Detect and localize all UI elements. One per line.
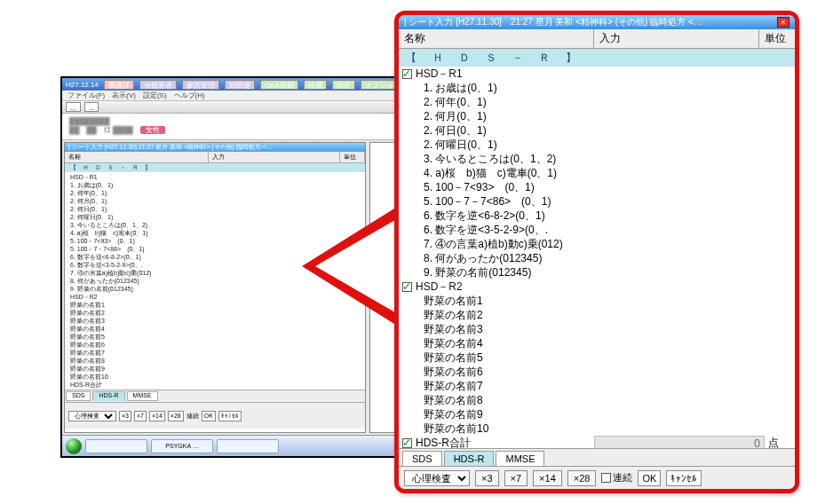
list-item[interactable]: 2. 何年(0、1) <box>399 95 795 109</box>
list-item[interactable]: 8. 何があったか(012345) <box>399 251 795 265</box>
tab-mmse[interactable]: MMSE <box>127 391 158 401</box>
group-hdsr-total[interactable]: HDS-R合計 <box>70 381 360 389</box>
toolbar-tab-5[interactable]: OKA依頼 <box>260 80 298 90</box>
list-item[interactable]: 野菜の名前8 <box>399 393 795 407</box>
group-hsd-r1[interactable]: HSD－R1 <box>70 173 360 181</box>
list-item[interactable]: 7. ④の言葉a)植b)動c)乗(012) <box>399 237 795 251</box>
mini-item[interactable]: 野菜の名前5 <box>70 333 360 341</box>
close-icon[interactable]: × <box>777 17 789 28</box>
start-orb-icon[interactable] <box>66 438 82 454</box>
tab-hdsr[interactable]: HDS-R <box>444 451 495 466</box>
btn-x28[interactable]: ×28 <box>168 411 184 421</box>
task-item[interactable] <box>85 439 147 453</box>
subtab[interactable]: ... <box>84 102 99 112</box>
toolbar-tab-3[interactable]: 参宮管理 <box>182 80 219 90</box>
mini-item[interactable]: 野菜の名前10 <box>70 373 360 381</box>
sex-tag: 女性 <box>140 126 165 134</box>
list-item[interactable]: 野菜の名前5 <box>399 350 795 365</box>
col-unit: 単位 <box>759 29 795 48</box>
chk-renzoku[interactable]: 連続 <box>601 471 632 484</box>
mini-item[interactable]: 野菜の名前6 <box>70 341 360 349</box>
btn-x14[interactable]: ×14 <box>149 411 165 421</box>
combo-category[interactable]: 心理検査 <box>68 411 116 421</box>
list-item[interactable]: 2. 何月(0、1) <box>399 109 795 123</box>
group-hsd-r1[interactable]: HSD－R1 <box>399 67 795 81</box>
tab-hdsr[interactable]: HDS-R <box>92 391 124 401</box>
btn-x3[interactable]: ×3 <box>475 470 499 486</box>
task-item[interactable]: PSYGKA … <box>151 439 213 453</box>
zoom-footer: 心理検査 ×3 ×7 ×14 ×28 連続 OK ｷｬﾝｾﾙ <box>399 466 795 489</box>
toolbar-tab-1[interactable]: 看護詳 <box>104 80 134 90</box>
list-item[interactable]: 野菜の名前4 <box>399 336 795 350</box>
column-headers: 名称 入力 単位 <box>65 152 365 163</box>
band-hdsr: 【 Ｈ Ｄ Ｓ － Ｒ 】 <box>399 49 795 67</box>
chk-renzoku[interactable]: 連続 <box>186 412 199 421</box>
zoom-col-headers: 名称 入力 単位 <box>399 29 795 49</box>
toolbar-tab-7[interactable]: 詳定 <box>332 80 355 90</box>
checkbox-icon[interactable] <box>601 473 611 483</box>
zoom-title: | シート入力 [H27.11.30] 21:27 星月 美和 <精神科> (そ… <box>404 16 702 28</box>
list-item[interactable]: 5. 100－7<93> (0、1) <box>399 180 795 194</box>
btn-cancel[interactable]: ｷｬﾝｾﾙ <box>666 470 702 486</box>
group-hsd-r2[interactable]: HSD－R2 <box>399 280 795 294</box>
tab-sds[interactable]: SDS <box>402 451 442 466</box>
group-label: HSD－R2 <box>416 280 463 294</box>
list-item[interactable]: 野菜の名前6 <box>399 365 795 379</box>
zoom-titlebar: | シート入力 [H27.11.30] 21:27 星月 美和 <精神科> (そ… <box>399 15 795 29</box>
zoom-sheet-tabs: SDS HDS-R MMSE <box>399 448 795 466</box>
honorific: 様 <box>104 126 111 134</box>
list-item[interactable]: 2. 何曜日(0、1) <box>399 138 795 152</box>
list-item[interactable]: 野菜の名前9 <box>399 407 795 421</box>
mini-sheet-tabs: SDS HDS-R MMSE <box>65 390 365 402</box>
list-item[interactable]: 9. 野菜の名前(012345) <box>399 265 795 280</box>
col-name: 名称 <box>399 29 594 48</box>
mini-item[interactable]: 2. 何年(0、1) <box>70 189 360 197</box>
mini-item[interactable]: 野菜の名前8 <box>70 357 360 365</box>
btn-ok[interactable]: OK <box>638 470 661 486</box>
list-item[interactable]: 野菜の名前2 <box>399 308 795 322</box>
list-item[interactable]: 野菜の名前7 <box>399 379 795 393</box>
total-unit: 点 <box>765 436 795 448</box>
tab-sds[interactable]: SDS <box>66 391 91 401</box>
group-label: HSD－R1 <box>416 67 463 81</box>
btn-x7[interactable]: ×7 <box>504 470 528 486</box>
btn-cancel[interactable]: ｷｬﾝｾﾙ <box>218 411 242 421</box>
checkbox-icon[interactable] <box>402 438 412 448</box>
btn-x14[interactable]: ×14 <box>533 470 562 486</box>
list-item[interactable]: 野菜の名前1 <box>399 294 795 308</box>
toolbar-tab-4[interactable]: 対関連 <box>225 80 255 90</box>
list-item[interactable]: 野菜の名前10 <box>399 421 795 436</box>
list-item[interactable]: 6. 数字を逆<3-5-2-9>(0、. <box>399 223 795 237</box>
list-item[interactable]: 2. 何日(0、1) <box>399 123 795 138</box>
tab-mmse[interactable]: MMSE <box>496 451 544 466</box>
band-hdsr: 【 Ｈ Ｄ Ｓ － Ｒ 】 <box>65 163 365 172</box>
row-hdsr-total[interactable]: HDS-R合計 0 点 <box>399 436 795 448</box>
mini-item[interactable]: 野菜の名前7 <box>70 349 360 357</box>
mini-item[interactable]: 野菜の名前9 <box>70 365 360 373</box>
list-item[interactable]: 3. 今いるところは(0、1、2) <box>399 152 795 166</box>
total-label: HDS-R合計 <box>416 436 471 448</box>
btn-x28[interactable]: ×28 <box>567 470 597 486</box>
btn-x7[interactable]: ×7 <box>134 411 147 421</box>
zoom-body: 【 Ｈ Ｄ Ｓ － Ｒ 】 HSD－R1 1. お歳は(0、1) 2. 何年(0… <box>399 49 795 448</box>
checkbox-icon[interactable] <box>402 69 412 79</box>
toolbar-tab-6[interactable]: 社員 <box>304 80 327 90</box>
col-unit: 単位 <box>340 152 365 162</box>
btn-ok[interactable]: OK <box>202 411 216 421</box>
subtab[interactable]: ... <box>66 102 81 112</box>
col-name: 名称 <box>65 152 209 162</box>
list-item[interactable]: 4. a)桜 b)猫 c)電車(0、1) <box>399 166 795 180</box>
mini-item[interactable]: 1. お歳は(0、1) <box>70 181 360 189</box>
checkbox-icon[interactable] <box>402 282 412 292</box>
col-input: 入力 <box>594 29 759 48</box>
list-item[interactable]: 1. お歳は(0、1) <box>399 81 795 95</box>
task-item[interactable] <box>217 439 279 453</box>
toolbar-tab-2[interactable]: 分類患者 <box>139 80 177 90</box>
btn-x3[interactable]: ×3 <box>119 411 131 421</box>
mini-footer: 心理検査 ×3 ×7 ×14 ×28 連続 OK ｷｬﾝｾﾙ <box>65 402 365 429</box>
list-item[interactable]: 野菜の名前3 <box>399 322 795 336</box>
list-item[interactable]: 5. 100－7－7<86> (0、1) <box>399 194 795 209</box>
combo-category[interactable]: 心理検査 <box>404 470 470 486</box>
total-value-input[interactable]: 0 <box>594 436 765 448</box>
list-item[interactable]: 6. 数字を逆<6-8-2>(0、1) <box>399 209 795 223</box>
